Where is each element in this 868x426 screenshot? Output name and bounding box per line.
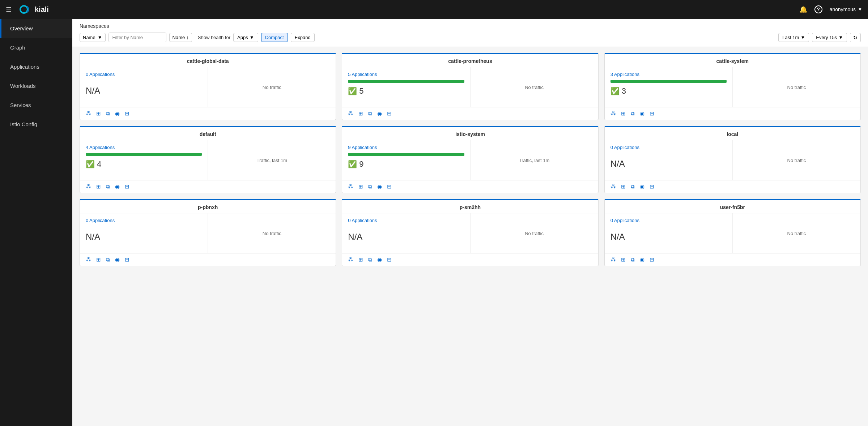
services-icon[interactable]: ◉ [115,256,120,263]
services-icon[interactable]: ◉ [640,183,644,190]
sidebar-item-graph[interactable]: Graph [0,38,72,57]
graph-icon[interactable]: ⁂ [348,256,353,263]
services-icon[interactable]: ◉ [377,256,382,263]
filter-type-select[interactable]: Name ▼ [80,33,106,42]
workloads-icon[interactable]: ⊞ [621,110,626,117]
workloads-icon[interactable]: ⊞ [96,256,101,263]
card-body: 0 Applications N/A No traffic [605,140,860,180]
card-header: cattle-prometheus [342,54,598,67]
sort-label: Name [173,35,185,40]
workloads-icon[interactable]: ⊞ [96,183,101,190]
hamburger-icon[interactable]: ☰ [6,5,12,13]
sidebar-item-workloads[interactable]: Workloads [0,76,72,95]
time-range-label: Last 1m [782,35,799,40]
graph-icon[interactable]: ⁂ [348,183,353,190]
card-header: p-sm2hh [342,200,598,213]
app-count-link[interactable]: 3 Applications [610,72,639,77]
config-icon[interactable]: ⊟ [650,110,654,117]
services-icon[interactable]: ◉ [377,110,382,117]
sidebar-item-services[interactable]: Services [0,95,72,115]
health-for-dropdown[interactable]: Apps ▼ [233,33,258,42]
user-menu[interactable]: anonymous ▼ [830,7,862,12]
app-count-link[interactable]: 0 Applications [348,218,377,223]
app-count-link[interactable]: 0 Applications [610,218,639,223]
apps-icon[interactable]: ⧉ [631,110,635,117]
sidebar-item-applications[interactable]: Applications [0,57,72,76]
card-right: No traffic [733,213,860,253]
app-count-link[interactable]: 9 Applications [348,145,377,150]
sidebar-item-istio-config[interactable]: Istio Config [0,115,72,134]
services-icon[interactable]: ◉ [640,256,644,263]
config-icon[interactable]: ⊟ [650,183,654,190]
apps-icon[interactable]: ⧉ [368,110,372,117]
apps-icon[interactable]: ⧉ [106,110,110,117]
config-icon[interactable]: ⊟ [387,110,392,117]
graph-icon[interactable]: ⁂ [610,110,616,117]
refresh-interval-button[interactable]: Every 15s ▼ [812,33,847,42]
graph-icon[interactable]: ⁂ [610,183,616,190]
workloads-icon[interactable]: ⊞ [621,256,626,263]
workloads-icon[interactable]: ⊞ [96,110,101,117]
bell-icon[interactable]: 🔔 [799,5,807,13]
apps-icon[interactable]: ⧉ [106,256,110,263]
help-icon[interactable]: ? [814,5,822,13]
toolbar: Namespaces Name ▼ Name ↕ Show health for… [72,19,868,47]
apps-icon[interactable]: ⧉ [631,256,635,263]
config-icon[interactable]: ⊟ [125,183,129,190]
content-area: Namespaces Name ▼ Name ↕ Show health for… [72,19,868,426]
graph-icon[interactable]: ⁂ [610,256,616,263]
traffic-status: No traffic [787,231,806,236]
config-icon[interactable]: ⊟ [387,183,392,190]
health-value: 3 [622,86,626,96]
apps-icon[interactable]: ⧉ [368,183,372,190]
services-icon[interactable]: ◉ [115,183,120,190]
services-icon[interactable]: ◉ [115,110,120,117]
traffic-status: No traffic [525,85,544,90]
sidebar-item-overview[interactable]: Overview [0,19,72,38]
card-left: 9 Applications ✅ 9 [342,140,470,180]
user-caret-icon: ▼ [858,7,862,12]
app-count-link[interactable]: 5 Applications [348,72,377,77]
app-count-link[interactable]: 4 Applications [86,145,115,150]
app-count-link[interactable]: 0 Applications [610,145,639,150]
card-left: 0 Applications N/A [80,67,208,107]
time-range-caret: ▼ [800,35,805,40]
app-count-link[interactable]: 0 Applications [86,72,115,77]
services-icon[interactable]: ◉ [377,183,382,190]
graph-icon[interactable]: ⁂ [86,183,91,190]
apps-icon[interactable]: ⧉ [631,183,635,190]
card-body: 0 Applications N/A No traffic [80,213,336,253]
workloads-icon[interactable]: ⊞ [358,256,363,263]
card-footer: ⁂ ⊞ ⧉ ◉ ⊟ [80,107,336,120]
card-header: default [80,127,336,140]
ns-card-local: local 0 Applications N/A No traffic ⁂ ⊞ … [604,126,861,193]
services-icon[interactable]: ◉ [640,110,644,117]
config-icon[interactable]: ⊟ [650,256,654,263]
card-footer: ⁂ ⊞ ⧉ ◉ ⊟ [80,180,336,193]
filter-name-input[interactable] [109,33,166,42]
card-header: istio-system [342,127,598,140]
compact-view-button[interactable]: Compact [261,33,288,42]
workloads-icon[interactable]: ⊞ [358,110,363,117]
traffic-status: No traffic [787,85,806,90]
graph-icon[interactable]: ⁂ [86,256,91,263]
workloads-icon[interactable]: ⊞ [358,183,363,190]
health-for-label: Show health for [198,35,230,40]
apps-icon[interactable]: ⧉ [368,256,372,263]
card-right: No traffic [208,213,336,253]
config-icon[interactable]: ⊟ [125,110,129,117]
refresh-button[interactable]: ↻ [850,33,861,42]
expand-view-button[interactable]: Expand [291,33,315,42]
card-left: 3 Applications ✅ 3 [605,67,733,107]
time-range-button[interactable]: Last 1m ▼ [778,33,809,42]
config-icon[interactable]: ⊟ [387,256,392,263]
card-footer: ⁂ ⊞ ⧉ ◉ ⊟ [80,253,336,266]
card-left: 0 Applications N/A [80,213,208,253]
app-count-link[interactable]: 0 Applications [86,218,115,223]
workloads-icon[interactable]: ⊞ [621,183,626,190]
graph-icon[interactable]: ⁂ [348,110,353,117]
apps-icon[interactable]: ⧉ [106,183,110,190]
graph-icon[interactable]: ⁂ [86,110,91,117]
config-icon[interactable]: ⊟ [125,256,129,263]
sort-button[interactable]: Name ↕ [169,33,192,42]
